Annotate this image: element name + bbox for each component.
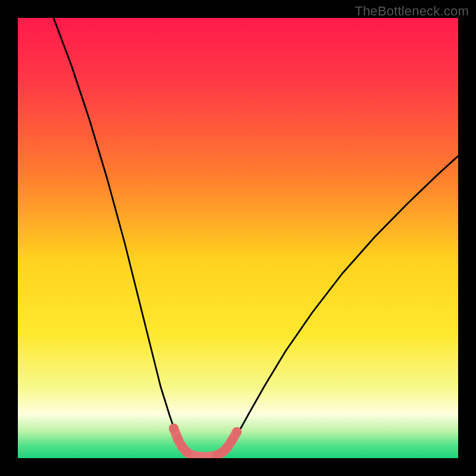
gradient-background [18, 18, 458, 458]
marker-dot [232, 427, 242, 437]
chart-svg [18, 18, 458, 458]
plot-area [18, 18, 458, 458]
watermark-text: TheBottleneck.com [355, 4, 469, 19]
marker-dot [169, 424, 178, 433]
marker-dot [227, 436, 237, 445]
marker-dot [182, 447, 192, 457]
chart-frame: TheBottleneck.com [0, 0, 476, 476]
